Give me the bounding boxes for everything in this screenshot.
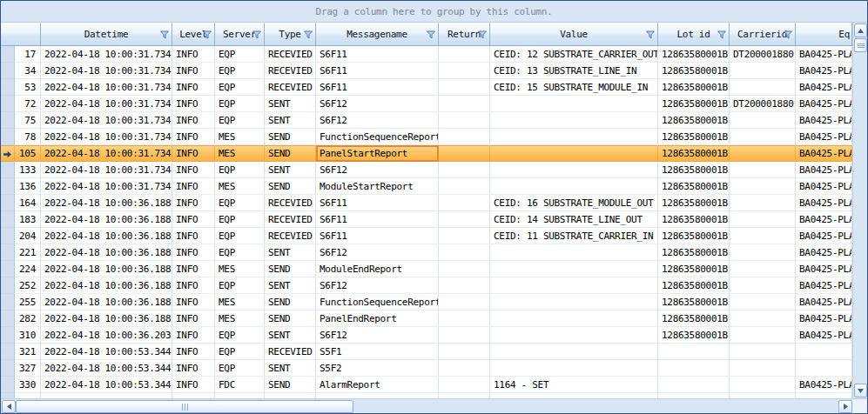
cell-server[interactable]: MES <box>215 310 265 327</box>
cell-type[interactable]: SENT <box>265 96 316 112</box>
cell-datetime[interactable]: 2022-04-18 10:00:36.188 <box>41 277 172 294</box>
cell-server[interactable]: EQP <box>215 228 265 244</box>
table-row[interactable]: 2522022-04-18 10:00:36.188INFOEQPSENTS6F… <box>1 277 852 294</box>
cell-id[interactable]: 327 <box>15 360 41 377</box>
cell-datetime[interactable]: 2022-04-18 10:00:31.734 <box>41 46 172 63</box>
cell-eq[interactable]: BA0425-PLA <box>796 310 852 327</box>
table-row[interactable]: 1642022-04-18 10:00:36.188INFOEQPRECEVIE… <box>1 195 852 211</box>
cell-return[interactable] <box>439 195 490 211</box>
cell-value[interactable]: CEID: 12 SUBSTRATE_CARRIER_OUT <box>490 46 658 63</box>
row-indicator[interactable] <box>1 244 15 261</box>
cell-message[interactable]: S6F12 <box>316 162 439 178</box>
cell-value[interactable] <box>490 360 658 377</box>
cell-return[interactable] <box>439 145 490 162</box>
cell-eq[interactable] <box>796 344 852 360</box>
cell-carrierid[interactable] <box>730 277 796 294</box>
cell-type[interactable]: RECEVIED <box>265 211 316 228</box>
cell-datetime[interactable]: 2022-04-18 10:00:31.734 <box>41 79 172 96</box>
cell-datetime[interactable]: 2022-04-18 10:00:31.734 <box>41 178 172 195</box>
header-cell-eq[interactable]: Eq <box>796 23 852 46</box>
row-indicator[interactable] <box>1 162 15 178</box>
cell-datetime[interactable]: 2022-04-18 10:00:36.188 <box>41 195 172 211</box>
row-indicator[interactable] <box>1 46 15 63</box>
cell-value[interactable]: CEID: 11 SUBSTRATE_CARRIER_IN <box>490 228 658 244</box>
cell-type[interactable]: SEND <box>265 310 316 327</box>
cell-return[interactable] <box>439 377 490 393</box>
cell-datetime[interactable]: 2022-04-18 10:00:53.344 <box>41 377 172 393</box>
header-cell-lotid[interactable]: Lot id <box>658 23 730 46</box>
cell-message[interactable]: S6F11 <box>316 46 439 63</box>
funnel-icon[interactable] <box>303 30 313 40</box>
cell-type[interactable]: SENT <box>265 244 316 261</box>
cell-message[interactable]: AlarmReport <box>316 377 439 393</box>
row-indicator[interactable] <box>1 211 15 228</box>
cell-server[interactable]: EQP <box>215 162 265 178</box>
cell-carrierid[interactable] <box>730 79 796 96</box>
cell-value[interactable] <box>490 327 658 344</box>
header-cell-datetime[interactable]: Datetime <box>41 23 172 46</box>
header-cell-level[interactable]: Level <box>172 23 215 46</box>
cell-message[interactable]: S6F12 <box>316 277 439 294</box>
cell-lotid[interactable]: 12863580001B <box>658 63 730 79</box>
cell-message[interactable]: FunctionSequenceReport <box>316 129 439 145</box>
funnel-icon[interactable] <box>477 30 488 40</box>
header-cell-server[interactable]: Server <box>215 23 265 46</box>
cell-message[interactable]: S6F12 <box>316 327 439 344</box>
vertical-scroll-track[interactable] <box>853 52 867 383</box>
row-indicator[interactable] <box>1 277 15 294</box>
table-row[interactable]: 3302022-04-18 10:00:53.344INFOFDCSENDAla… <box>1 377 852 393</box>
cell-lotid[interactable]: 12863580001B <box>658 79 730 96</box>
cell-carrierid[interactable] <box>730 261 796 277</box>
cell-value[interactable] <box>490 162 658 178</box>
cell-return[interactable] <box>439 211 490 228</box>
cell-message[interactable]: S6F11 <box>316 195 439 211</box>
cell-id[interactable]: 164 <box>15 195 41 211</box>
cell-lotid[interactable] <box>658 377 730 393</box>
cell-lotid[interactable]: 12863580001B <box>658 228 730 244</box>
cell-id[interactable]: 282 <box>15 310 41 327</box>
cell-datetime[interactable]: 2022-04-18 10:00:53.344 <box>41 344 172 360</box>
cell-message[interactable]: PanelEndReport <box>316 310 439 327</box>
cell-lotid[interactable]: 12863580001B <box>658 96 730 112</box>
cell-eq[interactable]: BA0425-PLA <box>796 112 852 129</box>
cell-id[interactable]: 183 <box>15 211 41 228</box>
cell-eq[interactable]: BA0425-PLA <box>796 244 852 261</box>
cell-id[interactable]: 255 <box>15 294 41 310</box>
table-row[interactable]: 342022-04-18 10:00:31.734INFOEQPRECEVIED… <box>1 63 852 79</box>
cell-value[interactable] <box>490 310 658 327</box>
cell-message[interactable]: S6F12 <box>316 244 439 261</box>
scroll-right-button[interactable] <box>838 400 852 413</box>
cell-datetime[interactable]: 2022-04-18 10:00:36.188 <box>41 211 172 228</box>
cell-eq[interactable]: BA0425-PLA <box>796 277 852 294</box>
cell-server[interactable]: MES <box>215 129 265 145</box>
row-indicator[interactable] <box>1 310 15 327</box>
cell-carrierid[interactable] <box>730 310 796 327</box>
cell-eq[interactable]: BA0425-PLA <box>796 211 852 228</box>
header-cell-value[interactable]: Value <box>490 23 658 46</box>
cell-carrierid[interactable]: DT200001880 <box>730 46 796 63</box>
group-by-panel[interactable]: Drag a column here to group by this colu… <box>1 1 867 23</box>
cell-server[interactable]: EQP <box>215 211 265 228</box>
cell-datetime[interactable]: 2022-04-18 10:00:31.734 <box>41 162 172 178</box>
cell-lotid[interactable]: 12863580001B <box>658 277 730 294</box>
cell-level[interactable]: INFO <box>172 327 215 344</box>
cell-eq[interactable]: BA0425-PLA <box>796 162 852 178</box>
cell-lotid[interactable]: 12863580001B <box>658 244 730 261</box>
cell-value[interactable] <box>490 96 658 112</box>
scroll-down-button[interactable] <box>854 384 867 397</box>
cell-return[interactable] <box>439 178 490 195</box>
cell-level[interactable]: INFO <box>172 211 215 228</box>
table-row[interactable]: 1362022-04-18 10:00:31.734INFOMESSENDMod… <box>1 178 852 195</box>
cell-server[interactable]: EQP <box>215 63 265 79</box>
cell-value[interactable] <box>490 261 658 277</box>
cell-lotid[interactable]: 12863580001B <box>658 112 730 129</box>
cell-id[interactable]: 53 <box>15 79 41 96</box>
cell-server[interactable]: EQP <box>215 344 265 360</box>
cell-eq[interactable]: BA0425-PLA <box>796 145 852 162</box>
cell-level[interactable]: INFO <box>172 360 215 377</box>
cell-value[interactable] <box>490 294 658 310</box>
cell-type[interactable]: SENT <box>265 327 316 344</box>
cell-type[interactable]: RECEVIED <box>265 63 316 79</box>
cell-datetime[interactable]: 2022-04-18 10:00:36.188 <box>41 310 172 327</box>
row-indicator[interactable] <box>1 393 15 398</box>
